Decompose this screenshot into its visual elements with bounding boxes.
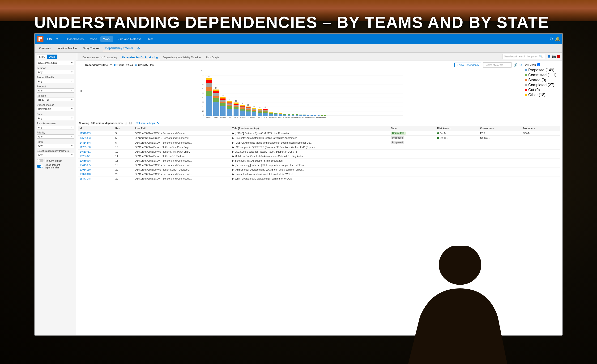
priority-value[interactable]: Any ▼ [37, 135, 74, 139]
user-settings-icon[interactable]: 👤 [547, 55, 551, 58]
area-path-value[interactable]: OS\Core\SiGMa ▼ [37, 61, 74, 65]
id-link[interactable]: 12636074 [79, 159, 91, 162]
id-link[interactable]: 15376918 [79, 173, 91, 175]
cell-consumers [479, 167, 521, 172]
svg-rect-115 [288, 115, 290, 116]
product-value[interactable]: Any ▼ [37, 88, 74, 93]
cell-state [389, 154, 436, 158]
id-link[interactable]: 10287021 [79, 155, 91, 158]
cell-risk [436, 158, 479, 163]
search-tag-placeholder: Search title or tag [485, 64, 503, 66]
svg-rect-37 [220, 102, 226, 103]
id-link[interactable]: 11540809 [79, 132, 91, 135]
svg-point-144 [439, 246, 481, 285]
collapse-icon[interactable]: ⊟ [129, 121, 132, 125]
state-arrow-icon: ▼ [71, 117, 73, 119]
producer-on-top-label: Producer on top [45, 159, 62, 162]
svg-rect-67 [246, 111, 251, 116]
tab-consuming[interactable]: Dependencies I'm Consuming [80, 55, 119, 60]
header-right: ⚙ 🔔 [549, 36, 560, 42]
svg-rect-83 [258, 113, 262, 116]
release-value[interactable]: RS5, RS6 ▼ [37, 98, 74, 102]
camera-icon[interactable]: 📷 [552, 55, 556, 58]
new-dependency-btn[interactable]: + New Dependency [454, 63, 481, 67]
nav-tab-code[interactable]: Code [87, 36, 100, 42]
group-by-story-radio[interactable]: Group By Story [135, 64, 154, 66]
svg-rect-75 [252, 112, 256, 116]
iteration-value[interactable]: Any ▼ [37, 70, 74, 74]
drill-down-checkbox[interactable] [537, 63, 540, 66]
nav-tab-test[interactable]: Test [145, 36, 156, 42]
sub-nav-iteration-tracker[interactable]: Iteration Tracker [54, 46, 79, 51]
dep-partners-value[interactable]: Any ▼ [37, 153, 74, 157]
svg-text:DEP: DEP [234, 117, 238, 118]
release-label: Release [37, 95, 74, 97]
nav-tab-dashboards[interactable]: Dashboards [64, 36, 86, 42]
state-value[interactable]: Any ▼ [37, 116, 74, 120]
expand-icon[interactable]: ⊞ [125, 121, 127, 125]
risk-dot [437, 132, 439, 134]
project-search-box[interactable]: Search work items in this project 🔍 [503, 54, 545, 59]
svg-text:90: 90 [202, 74, 204, 76]
bar-chart-container: 100 90 80 70 60 50 40 30 20 10 0 [85, 69, 522, 119]
bar-sigma-committed [206, 91, 212, 96]
legend-proposed-label: Proposed (149) [528, 68, 554, 72]
search-icon: 🔍 [539, 55, 543, 58]
legend-cut-dot [525, 89, 527, 91]
id-link[interactable]: 14414444 [79, 141, 91, 144]
search-tag-box[interactable]: Search title or tag [483, 62, 511, 68]
sub-nav-overview[interactable]: Overview [37, 46, 53, 51]
nav-tab-work[interactable]: Work [100, 36, 113, 42]
producer-on-top-toggle[interactable] [37, 159, 43, 162]
product-family-value[interactable]: Any ▼ [37, 79, 74, 83]
svg-rect-136 [314, 115, 316, 116]
tab-producing[interactable]: Dependencies I'm Producing [120, 55, 160, 60]
ado-logo-icon [37, 36, 43, 42]
id-link[interactable]: 10964110 [79, 168, 91, 171]
group-by-area-radio[interactable]: Group By Area [114, 64, 133, 66]
id-link[interactable]: 12524893 [79, 136, 91, 139]
table-row: 11540809 5 OS\Core\SiGMa\SCON - Sensors … [78, 131, 560, 135]
cross-account-toggle[interactable] [37, 165, 43, 168]
area-toggle-btn[interactable]: Area [47, 55, 57, 59]
id-link[interactable]: 15411895 [79, 164, 91, 166]
risk-assessment-value[interactable]: Any ▼ [37, 125, 74, 129]
export-icon[interactable]: ⤡ [157, 121, 160, 125]
svg-text:ENS: ENS [258, 117, 261, 118]
svg-text:70: 70 [202, 83, 204, 85]
column-settings-btn[interactable]: Column Settings [136, 122, 155, 125]
story-toggle-btn[interactable]: Story [37, 55, 47, 59]
rank-value[interactable]: Any ▼ [37, 144, 74, 148]
svg-rect-93 [263, 111, 267, 111]
settings-icon[interactable]: ⚙ [137, 47, 140, 50]
tab-risk-graph[interactable]: Risk Graph [204, 55, 221, 60]
nav-tab-build[interactable]: Build and Release [114, 36, 144, 42]
refresh-icon[interactable]: ↺ [519, 63, 522, 67]
cell-risk [436, 154, 479, 158]
svg-rect-92 [263, 111, 267, 113]
svg-rect-87 [258, 110, 262, 110]
state-badge: Proposed [391, 136, 404, 139]
priority-filter: Priority Any ▼ [37, 131, 74, 139]
id-link[interactable]: 15377148 [79, 177, 91, 180]
svg-rect-72 [246, 107, 251, 107]
col-area: Area Path [134, 126, 231, 131]
svg-rect-108 [279, 114, 282, 114]
cell-state [389, 163, 436, 167]
cell-id: 12524893 [78, 135, 114, 140]
tab-availability[interactable]: Dependency Availability Timeline [161, 55, 203, 60]
svg-rect-54 [234, 105, 238, 106]
id-link[interactable]: 11789160 [79, 146, 91, 149]
cell-id: 14610761 [78, 150, 114, 154]
sub-nav-story-tracker[interactable]: Story Tracker [80, 46, 102, 51]
svg-rect-48 [227, 101, 232, 103]
rank-arrow-icon: ▼ [71, 145, 73, 147]
sub-nav-dependency-tracker[interactable]: Dependency Tracker [103, 46, 135, 51]
iteration-filter: Iteration Any ▼ [37, 67, 74, 74]
dependency-as-value[interactable]: Deliverable ▼ [37, 107, 74, 111]
link-icon[interactable]: 🔗 [513, 63, 518, 67]
collapse-panel-btn[interactable]: ◀ [79, 62, 82, 119]
product-family-label: Product Family [37, 76, 74, 79]
cell-state [389, 172, 436, 176]
id-link[interactable]: 14610761 [79, 150, 91, 153]
